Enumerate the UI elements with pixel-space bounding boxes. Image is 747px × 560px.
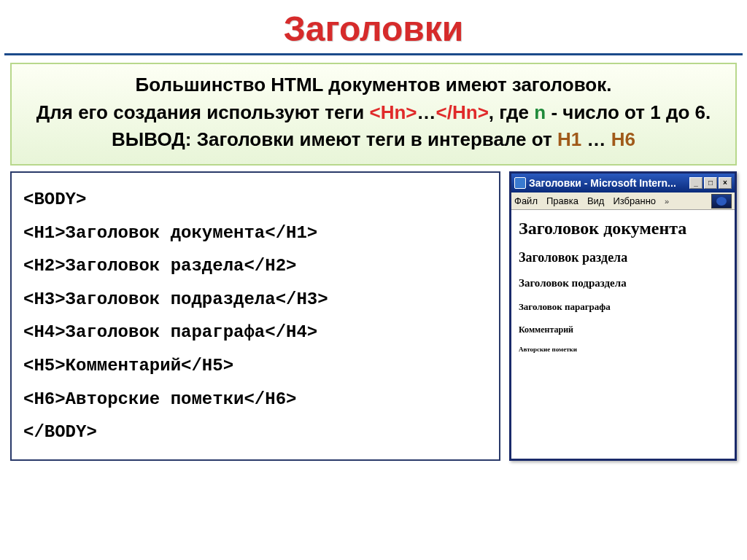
throbber-icon: [711, 194, 732, 209]
lower-row: <BODY> <H1>Заголовок документа</H1> <H2>…: [10, 171, 737, 461]
intro-dots: …: [581, 128, 611, 150]
title-divider: [4, 53, 743, 55]
render-h4: Заголовок параграфа: [519, 301, 727, 313]
code-line-h6: <H6>Авторские пометки</H6>: [23, 383, 487, 416]
render-h5: Комментарий: [519, 324, 727, 335]
maximize-button[interactable]: □: [704, 177, 717, 189]
intro-ellipsis: …: [417, 101, 436, 123]
intro-l3-pre: ВЫВОД: Заголовки имеют теги в интервале …: [112, 128, 557, 150]
intro-line-3: ВЫВОД: Заголовки имеют теги в интервале …: [23, 126, 724, 154]
minimize-button[interactable]: _: [689, 177, 703, 189]
window-controls: _ □ ×: [689, 177, 732, 189]
menu-view[interactable]: Вид: [587, 195, 605, 206]
intro-h1: H1: [557, 128, 581, 150]
menu-edit[interactable]: Правка: [546, 195, 578, 206]
render-h6: Авторские пометки: [519, 346, 727, 353]
slide-title: Заголовки: [0, 0, 747, 53]
browser-viewport: Заголовок документа Заголовок раздела За…: [511, 210, 735, 459]
intro-box: Большинство HTML документов имеют заголо…: [10, 63, 737, 166]
code-panel: <BODY> <H1>Заголовок документа</H1> <H2>…: [10, 171, 500, 461]
intro-h6: H6: [611, 128, 635, 150]
browser-window: Заголовки - Microsoft Intern... _ □ × Фа…: [509, 171, 737, 461]
ie-icon: [514, 177, 526, 189]
intro-n: n: [534, 101, 546, 123]
code-line-h3: <H3>Заголовок подраздела</H3>: [23, 283, 487, 316]
render-h1: Заголовок документа: [519, 219, 727, 238]
titlebar: Заголовки - Microsoft Intern... _ □ ×: [511, 174, 735, 192]
intro-line-2: Для его создания используют теги <Hn>…</…: [23, 99, 724, 127]
intro-line-1: Большинство HTML документов имеют заголо…: [23, 71, 724, 99]
menu-overflow-icon[interactable]: »: [665, 197, 669, 206]
intro-l2-post1: , где: [489, 101, 534, 123]
render-h3: Заголовок подраздела: [519, 277, 727, 289]
menu-file[interactable]: Файл: [514, 195, 538, 206]
code-line-h4: <H4>Заголовок параграфа</H4>: [23, 316, 487, 349]
intro-l2-post2: - число от 1 до 6.: [546, 101, 711, 123]
code-line-body-open: <BODY>: [23, 183, 487, 217]
window-title: Заголовки - Microsoft Intern...: [529, 177, 689, 189]
code-line-h1: <H1>Заголовок документа</H1>: [23, 217, 487, 250]
render-h2: Заголовок раздела: [519, 250, 727, 265]
code-line-body-close: </BODY>: [23, 416, 487, 449]
tag-open: <Hn>: [370, 101, 417, 123]
menubar: Файл Правка Вид Избранно »: [511, 192, 735, 210]
tag-close: </Hn>: [436, 101, 489, 123]
close-button[interactable]: ×: [719, 177, 732, 189]
menu-favorites[interactable]: Избранно: [613, 195, 656, 206]
intro-l2-pre: Для его создания используют теги: [36, 101, 370, 123]
code-line-h5: <H5>Комментарий</H5>: [23, 349, 487, 383]
code-line-h2: <H2>Заголовок раздела</H2>: [23, 249, 487, 283]
